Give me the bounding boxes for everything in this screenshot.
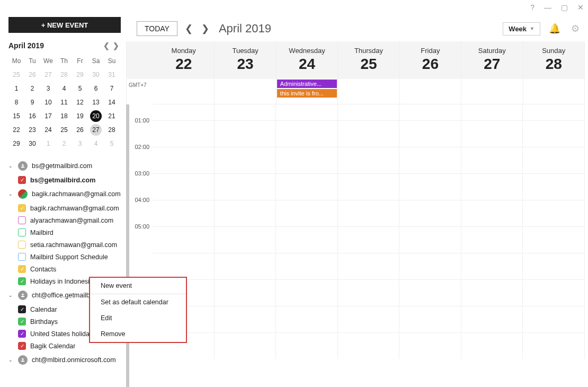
hour-cell[interactable]: [215, 306, 277, 332]
hour-cell[interactable]: [523, 147, 585, 173]
hour-cell[interactable]: [153, 120, 215, 147]
hour-cell[interactable]: [338, 173, 400, 200]
calendar-checkbox[interactable]: [18, 204, 26, 212]
hour-cell[interactable]: [461, 173, 523, 200]
calendar-item[interactable]: alyarachmawan@gmail.com: [8, 214, 121, 226]
hour-cell[interactable]: [399, 306, 461, 332]
hour-cell[interactable]: [276, 120, 338, 147]
hour-cell[interactable]: [338, 226, 400, 253]
calendar-checkbox[interactable]: [18, 265, 26, 273]
hour-cell[interactable]: [461, 253, 523, 279]
hour-cell[interactable]: [215, 104, 277, 120]
allday-cell[interactable]: [400, 79, 461, 104]
hour-cell[interactable]: [153, 226, 215, 253]
calendar-checkbox[interactable]: [18, 305, 26, 313]
hour-cell[interactable]: [523, 279, 585, 306]
hour-cell[interactable]: [399, 173, 461, 200]
hour-cell[interactable]: [338, 253, 400, 279]
hour-cell[interactable]: [215, 253, 277, 279]
maximize-icon[interactable]: ▢: [561, 3, 568, 12]
mini-calendar-day[interactable]: 28: [104, 123, 120, 137]
mini-calendar-day[interactable]: 29: [72, 68, 88, 82]
account-header[interactable]: ⌄bagik.rachmawan@gmail.com: [8, 186, 121, 202]
day-header[interactable]: Wednesday24: [277, 41, 338, 79]
view-selector[interactable]: Week ▼: [503, 22, 540, 36]
hour-cell[interactable]: [153, 104, 215, 120]
hour-cell[interactable]: [215, 120, 277, 147]
calendar-item[interactable]: Mailbird: [8, 226, 121, 239]
mini-calendar-day[interactable]: 27: [40, 68, 56, 82]
mini-calendar-day[interactable]: 30: [88, 68, 104, 82]
mini-calendar-day[interactable]: 18: [56, 109, 72, 123]
mini-calendar-day[interactable]: 15: [8, 109, 24, 123]
hour-cell[interactable]: [153, 253, 215, 279]
mini-calendar-day[interactable]: 31: [104, 68, 120, 82]
hour-cell[interactable]: [461, 279, 523, 306]
hour-cell[interactable]: [523, 306, 585, 332]
mini-calendar-day[interactable]: 4: [56, 82, 72, 95]
hour-cell[interactable]: [461, 332, 523, 359]
hour-cell[interactable]: [276, 226, 338, 253]
hour-cell[interactable]: [276, 306, 338, 332]
day-header[interactable]: Sunday28: [523, 41, 585, 79]
calendar-checkbox[interactable]: [18, 216, 26, 224]
mini-calendar-day[interactable]: 6: [88, 82, 104, 95]
context-menu-item[interactable]: Remove: [90, 326, 186, 342]
hour-cell[interactable]: [338, 279, 400, 306]
hour-cell[interactable]: [276, 279, 338, 306]
mini-calendar-day[interactable]: 14: [104, 95, 120, 109]
mini-calendar-day[interactable]: 25: [8, 68, 24, 82]
mini-calendar-day[interactable]: 22: [8, 123, 24, 137]
hour-cell[interactable]: [338, 332, 400, 359]
calendar-item[interactable]: Mailbird Support Schedule: [8, 251, 121, 263]
hour-cell[interactable]: [153, 173, 215, 200]
allday-cell[interactable]: [153, 79, 215, 104]
day-header[interactable]: Tuesday23: [215, 41, 276, 79]
context-menu-item[interactable]: Edit: [90, 310, 186, 326]
mini-calendar-day[interactable]: 27: [88, 123, 104, 137]
mini-calendar-day[interactable]: 26: [72, 123, 88, 137]
hour-cell[interactable]: [399, 147, 461, 173]
hour-cell[interactable]: [461, 306, 523, 332]
gear-icon[interactable]: ⚙: [569, 23, 582, 34]
hour-cell[interactable]: [523, 104, 585, 120]
allday-cell[interactable]: [215, 79, 276, 104]
hour-cell[interactable]: [153, 200, 215, 226]
close-icon[interactable]: ✕: [577, 3, 584, 12]
mini-calendar-day[interactable]: 2: [56, 137, 72, 151]
mini-calendar-day[interactable]: 28: [56, 68, 72, 82]
hour-cell[interactable]: [276, 173, 338, 200]
hour-cell[interactable]: [523, 173, 585, 200]
calendar-checkbox[interactable]: [18, 330, 26, 338]
hour-cell[interactable]: [399, 120, 461, 147]
mini-calendar-day[interactable]: 16: [24, 109, 40, 123]
mini-calendar-day[interactable]: 9: [24, 95, 40, 109]
hour-cell[interactable]: [153, 147, 215, 173]
mini-calendar-day[interactable]: 10: [40, 95, 56, 109]
hour-cell[interactable]: [338, 104, 400, 120]
calendar-checkbox[interactable]: [18, 176, 26, 184]
hour-cell[interactable]: [523, 332, 585, 359]
hour-cell[interactable]: [461, 104, 523, 120]
mini-calendar-day[interactable]: 3: [40, 82, 56, 95]
mini-calendar-day[interactable]: 11: [56, 95, 72, 109]
hour-cell[interactable]: [338, 120, 400, 147]
mini-calendar-day[interactable]: 13: [88, 95, 104, 109]
mini-calendar-day[interactable]: 2: [24, 82, 40, 95]
account-header[interactable]: ⌄cht@mlbird.onmicrosoft.com: [8, 352, 121, 368]
hour-cell[interactable]: [215, 173, 277, 200]
calendar-checkbox[interactable]: [18, 241, 26, 249]
account-header[interactable]: ⌄bs@getmailbird.com: [8, 158, 121, 174]
calendar-prev-icon[interactable]: ❮: [184, 23, 194, 34]
allday-cell[interactable]: [338, 79, 399, 104]
day-header[interactable]: Thursday25: [338, 41, 399, 79]
hour-cell[interactable]: [399, 200, 461, 226]
mini-calendar-day[interactable]: 26: [24, 68, 40, 82]
hour-cell[interactable]: [399, 253, 461, 279]
allday-cell[interactable]: [461, 79, 523, 104]
mini-calendar-day[interactable]: 19: [72, 109, 88, 123]
mini-calendar-day[interactable]: 1: [8, 82, 24, 95]
mini-calendar-day[interactable]: 29: [8, 137, 24, 151]
allday-event[interactable]: this invite is fro...: [277, 89, 337, 98]
calendar-checkbox[interactable]: [18, 342, 26, 350]
